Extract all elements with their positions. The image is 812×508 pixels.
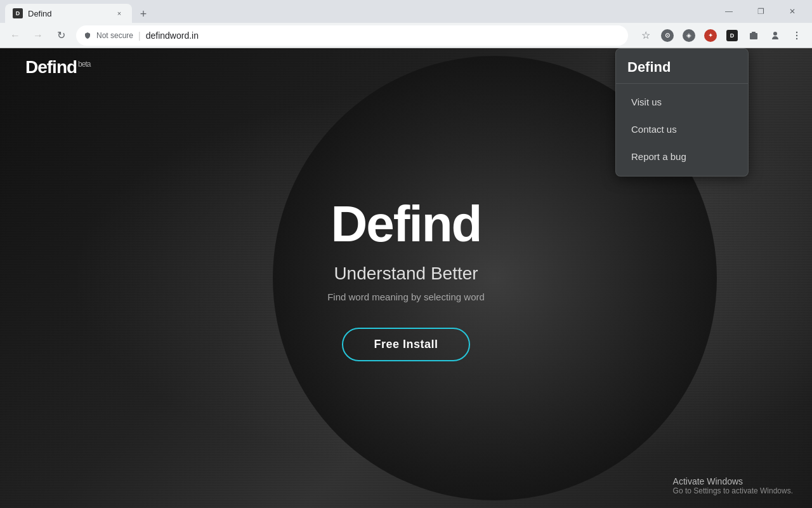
popup-item-report-bug[interactable]: Report a bug: [621, 144, 743, 170]
ext-icon-2[interactable]: ◈: [679, 25, 699, 46]
tab-title: Defind: [28, 9, 109, 18]
ext-icon-3[interactable]: ✦: [700, 25, 721, 46]
site-title: Defind: [331, 195, 481, 253]
browser-frame: D Defind × + — ❐ ✕ ← → ↻ Not secure | de…: [0, 0, 812, 508]
ext-icon-1[interactable]: ⊙: [657, 25, 678, 46]
popup-header: Defind: [616, 49, 748, 84]
popup-item-contact-us[interactable]: Contact us: [621, 116, 743, 142]
extension-popup: Defind Visit us Contact us Report a bug: [615, 48, 749, 177]
svg-point-1: [796, 34, 797, 36]
active-tab[interactable]: D Defind ×: [5, 4, 132, 23]
free-install-button[interactable]: Free Install: [342, 328, 469, 361]
svg-point-0: [796, 31, 797, 32]
profile-icon[interactable]: [765, 25, 785, 46]
activate-windows: Activate Windows Go to Settings to activ…: [673, 476, 793, 495]
security-icon: [84, 32, 91, 39]
site-logo: Defindbeta: [25, 57, 90, 77]
toolbar-icons: ☆ ⊙ ◈ ✦ D: [636, 25, 807, 46]
site-description: Find word meaning by selecting word: [327, 291, 485, 302]
svg-point-2: [796, 37, 797, 39]
reload-button[interactable]: ↻: [51, 25, 71, 46]
ext-icon-defind[interactable]: D: [722, 25, 742, 46]
minimize-button[interactable]: —: [714, 1, 743, 22]
window-controls: — ❐ ✕: [714, 1, 807, 22]
title-bar: D Defind × + — ❐ ✕: [0, 0, 812, 23]
ext-puzzle-icon[interactable]: [743, 25, 764, 46]
bookmark-button[interactable]: ☆: [636, 25, 656, 46]
popup-title: Defind: [627, 59, 737, 76]
popup-item-visit-us[interactable]: Visit us: [621, 89, 743, 115]
address-bar: ← → ↻ Not secure | defindword.in ☆ ⊙ ◈ ✦: [0, 23, 812, 48]
site-subtitle: Understand Better: [334, 264, 478, 284]
activate-desc: Go to Settings to activate Windows.: [673, 486, 793, 495]
url-text: defindword.in: [146, 30, 199, 41]
webpage: Defindbeta Defind Understand Better Find…: [0, 48, 812, 508]
close-button[interactable]: ✕: [778, 1, 807, 22]
tab-strip: D Defind × +: [5, 0, 712, 23]
url-separator: |: [138, 30, 141, 41]
back-button[interactable]: ←: [5, 25, 25, 46]
url-bar[interactable]: Not secure | defindword.in: [76, 25, 628, 46]
tab-favicon: D: [13, 8, 23, 18]
menu-button[interactable]: [787, 25, 807, 46]
maximize-button[interactable]: ❐: [746, 1, 775, 22]
popup-menu: Visit us Contact us Report a bug: [616, 84, 748, 176]
security-text: Not secure: [96, 31, 133, 40]
activate-title: Activate Windows: [673, 476, 793, 486]
forward-button[interactable]: →: [28, 25, 48, 46]
new-tab-button[interactable]: +: [134, 5, 152, 23]
tab-close-button[interactable]: ×: [114, 8, 124, 18]
